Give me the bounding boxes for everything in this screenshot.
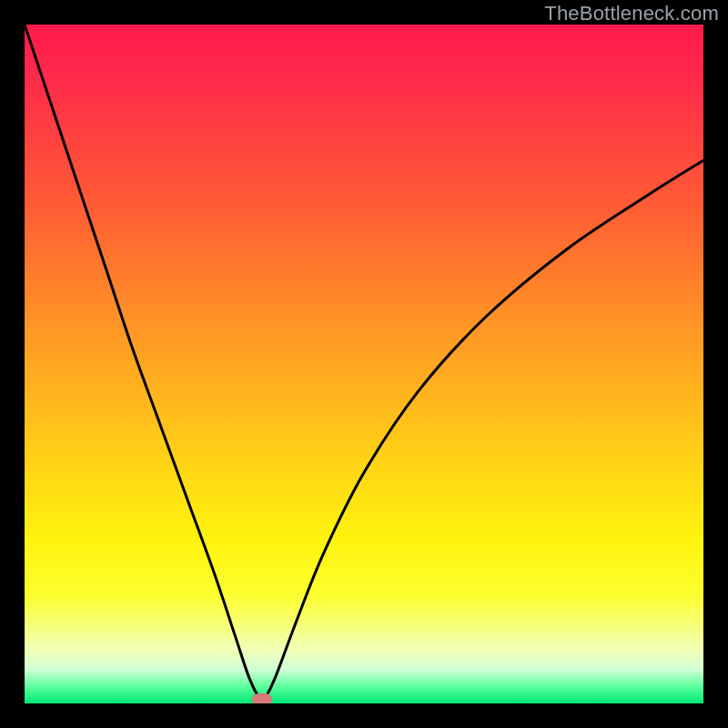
- watermark-text: TheBottleneck.com: [544, 2, 719, 25]
- chart-frame: TheBottleneck.com: [0, 0, 728, 728]
- bottleneck-curve: [25, 25, 703, 703]
- plot-area: [25, 25, 703, 703]
- optimum-marker: [252, 693, 272, 703]
